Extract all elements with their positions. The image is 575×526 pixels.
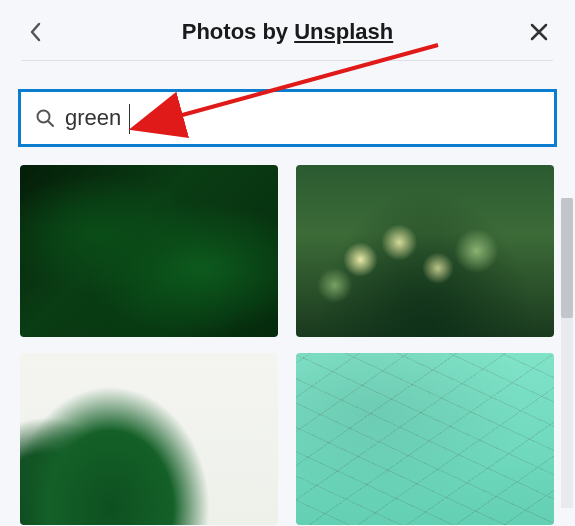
search-container	[18, 89, 557, 147]
result-thumb[interactable]	[296, 165, 554, 337]
header: Photos by Unsplash	[0, 0, 575, 60]
scrollbar-thumb[interactable]	[561, 198, 573, 318]
divider	[22, 60, 553, 61]
close-button[interactable]	[525, 18, 553, 46]
close-icon	[529, 22, 549, 42]
scrollbar[interactable]	[561, 198, 573, 508]
results-grid	[0, 165, 575, 525]
search-icon	[35, 108, 55, 128]
back-button[interactable]	[22, 18, 50, 46]
text-caret	[129, 104, 130, 134]
unsplash-link[interactable]: Unsplash	[294, 19, 393, 44]
svg-line-1	[48, 121, 53, 126]
result-thumb[interactable]	[296, 353, 554, 525]
result-thumb[interactable]	[20, 165, 278, 337]
search-box[interactable]	[18, 89, 557, 147]
title-prefix: Photos by	[182, 19, 294, 44]
result-thumb[interactable]	[20, 353, 278, 525]
chevron-left-icon	[28, 21, 44, 43]
search-input[interactable]	[65, 105, 540, 131]
dialog-title: Photos by Unsplash	[50, 19, 525, 45]
